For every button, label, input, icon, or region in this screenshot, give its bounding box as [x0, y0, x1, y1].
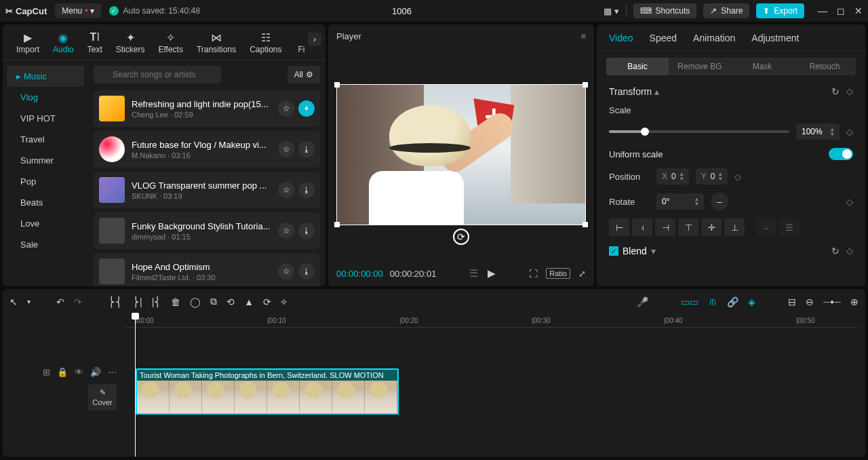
- tab-import[interactable]: ▶Import: [9, 28, 46, 60]
- fullscreen-icon[interactable]: ⤢: [578, 269, 586, 279]
- subtab-retouch[interactable]: Retouch: [793, 58, 856, 75]
- tab-captions[interactable]: ☷Captions: [243, 28, 288, 60]
- music-cat-beats[interactable]: Beats: [3, 192, 88, 213]
- crop-icon[interactable]: ⟡: [281, 296, 287, 307]
- reverse-icon[interactable]: ⟲: [226, 296, 235, 307]
- keyframe-icon[interactable]: ◇: [846, 246, 853, 256]
- zoom-out-icon[interactable]: ⊖: [806, 296, 814, 307]
- align-right[interactable]: ⊣: [655, 218, 675, 236]
- scale-slider[interactable]: [609, 130, 789, 133]
- download-icon[interactable]: ⭳: [298, 141, 315, 157]
- undo-icon[interactable]: ↶: [56, 296, 64, 307]
- keyframe-icon[interactable]: ◇: [846, 127, 853, 137]
- search-input[interactable]: [94, 66, 221, 83]
- zoom-in-icon[interactable]: ⊕: [850, 296, 859, 307]
- favorite-icon[interactable]: ☆: [278, 263, 294, 280]
- keyframe-icon[interactable]: ◇: [846, 197, 853, 207]
- delete-icon[interactable]: 🗑: [171, 296, 180, 307]
- download-icon[interactable]: ⭳: [298, 182, 315, 198]
- lock-icon[interactable]: 🔒: [57, 367, 68, 377]
- play-icon[interactable]: ▶: [488, 267, 496, 280]
- timeline-tracks[interactable]: Tourist Woman Taking Photographs in Bern…: [125, 328, 859, 450]
- layout-icon[interactable]: ▦ ▾: [604, 6, 619, 16]
- copy-icon[interactable]: ⧉: [210, 296, 217, 307]
- position-x-input[interactable]: X0▴▾: [656, 168, 689, 185]
- zoom-range-icon[interactable]: ⊟: [788, 296, 796, 307]
- tab-audio[interactable]: ◉Audio: [46, 28, 81, 60]
- list-icon[interactable]: ☰: [469, 267, 478, 280]
- export-button[interactable]: ⬆Export: [756, 3, 804, 18]
- zoom-slider[interactable]: —●—: [823, 298, 841, 305]
- focus-icon[interactable]: ⛶: [529, 269, 538, 279]
- track-item[interactable]: VLOG Transparent summer pop ...SKUNK · 0…: [94, 172, 320, 208]
- cover-button[interactable]: ✎ Cover: [88, 384, 117, 410]
- subtab-removebg[interactable]: Remove BG: [669, 58, 731, 75]
- mirror-icon[interactable]: ▲: [244, 296, 254, 307]
- download-icon[interactable]: ⭳: [298, 263, 315, 280]
- link-icon[interactable]: 🔗: [727, 296, 738, 307]
- pointer-tool[interactable]: ↖: [9, 296, 18, 307]
- track-item[interactable]: Hope And OptimismFilmed2Taste Ltd. · 03:…: [94, 253, 320, 286]
- tab-transitions[interactable]: ⋈Transitions: [190, 28, 243, 60]
- preview-area[interactable]: [336, 47, 586, 262]
- pointer-dropdown[interactable]: ▾: [27, 298, 31, 305]
- align-left[interactable]: ⊢: [609, 218, 629, 236]
- align-bottom[interactable]: ⊥: [724, 218, 745, 236]
- scale-input[interactable]: 100%▴▾: [796, 123, 840, 140]
- track-item[interactable]: Refreshing and light indie pop(15...Chen…: [94, 90, 320, 127]
- music-cat-sale[interactable]: Sale: [3, 234, 88, 255]
- favorite-icon[interactable]: ☆: [278, 100, 294, 117]
- blend-section[interactable]: ✓Blend ▾: [609, 246, 656, 256]
- track-item[interactable]: Funky Background Stylish Tutoria...dimmy…: [94, 212, 320, 249]
- music-cat-love[interactable]: Love: [3, 213, 88, 234]
- preview-snap-icon[interactable]: ◈: [748, 296, 755, 307]
- rotate-input[interactable]: 0°▴▾: [656, 193, 704, 210]
- subtab-basic[interactable]: Basic: [606, 58, 669, 75]
- music-header[interactable]: ▸Music: [7, 66, 84, 87]
- keyframe-icon[interactable]: ◇: [846, 86, 853, 97]
- playhead[interactable]: [135, 314, 136, 457]
- add-track-icon[interactable]: ⊞: [43, 367, 50, 377]
- trim-right-icon[interactable]: |⎨: [152, 296, 162, 307]
- reset-icon[interactable]: ↻: [831, 86, 840, 97]
- ratio-button[interactable]: Ratio: [546, 268, 570, 279]
- add-track-button[interactable]: +: [298, 100, 315, 117]
- timeline-ruler[interactable]: |00:00 |00:10 |00:20 |00:30 |00:40 |00:5…: [125, 314, 859, 328]
- split-icon[interactable]: ⎬⎨: [108, 296, 123, 307]
- visibility-icon[interactable]: 👁: [75, 367, 83, 377]
- download-icon[interactable]: ⭳: [298, 223, 315, 239]
- music-cat-vlog[interactable]: Vlog: [3, 87, 88, 108]
- keyframe-icon[interactable]: ◇: [734, 172, 741, 182]
- player-menu-icon[interactable]: ≡: [580, 31, 586, 41]
- align-top[interactable]: ⊤: [678, 218, 698, 236]
- filter-all-button[interactable]: All⚙: [288, 66, 320, 83]
- tab-effects[interactable]: ✧Effects: [151, 28, 189, 60]
- sync-icon[interactable]: [453, 229, 469, 245]
- trim-left-icon[interactable]: ⎬|: [132, 296, 142, 307]
- track-item[interactable]: Future base for Vlog / Makeup vi...M.Nak…: [94, 131, 320, 168]
- video-clip[interactable]: Tourist Woman Taking Photographs in Bern…: [136, 368, 399, 415]
- subtab-mask[interactable]: Mask: [731, 58, 793, 75]
- minimize-icon[interactable]: —: [818, 5, 827, 16]
- snap-icon[interactable]: ▭▭: [681, 296, 698, 307]
- tab-video[interactable]: Video: [609, 33, 633, 50]
- music-cat-summer[interactable]: Summer: [3, 150, 88, 171]
- tab-stickers[interactable]: ✦Stickers: [109, 28, 152, 60]
- more-icon[interactable]: ⋯: [108, 367, 117, 377]
- reset-icon[interactable]: ↻: [831, 246, 840, 256]
- music-cat-travel[interactable]: Travel: [3, 129, 88, 150]
- tab-text[interactable]: TIText: [81, 28, 109, 60]
- blend-checkbox[interactable]: ✓: [609, 246, 618, 256]
- mark-icon[interactable]: ◯: [190, 296, 201, 307]
- uniform-scale-toggle[interactable]: [829, 148, 853, 160]
- tab-adjustment[interactable]: Adjustment: [751, 33, 799, 50]
- mic-icon[interactable]: 🎤: [637, 296, 648, 307]
- tabs-more-button[interactable]: ›: [308, 33, 321, 46]
- share-button[interactable]: ↗Share: [703, 3, 749, 18]
- favorite-icon[interactable]: ☆: [278, 223, 294, 239]
- mute-icon[interactable]: 🔊: [90, 367, 101, 377]
- flip-button[interactable]: –: [711, 193, 728, 210]
- rotate-icon[interactable]: ⟳: [263, 296, 271, 307]
- tab-animation[interactable]: Animation: [693, 33, 735, 50]
- music-cat-viphot[interactable]: VIP HOT: [3, 108, 88, 129]
